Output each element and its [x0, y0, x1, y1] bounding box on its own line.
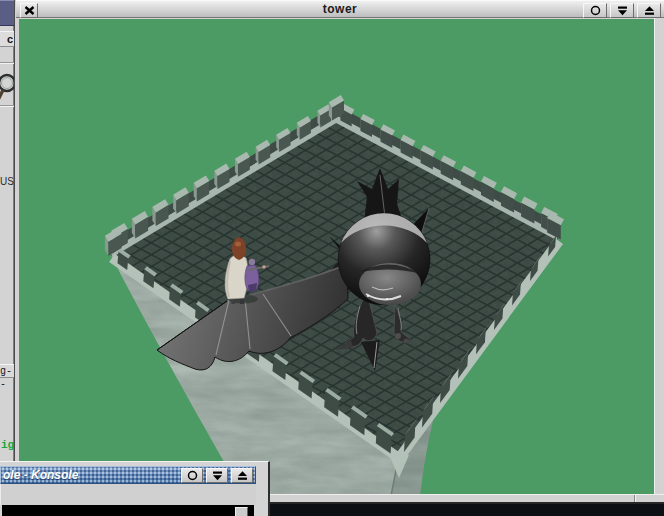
tower-titlebar[interactable]: tower — [16, 0, 664, 18]
tower-3d-viewport[interactable] — [19, 19, 655, 496]
konsole-terminal[interactable] — [2, 505, 254, 516]
circle-icon — [590, 5, 601, 16]
shade-icon — [644, 6, 655, 16]
background-label-fragment: c — [0, 31, 14, 47]
shade-button[interactable] — [637, 3, 661, 18]
shade-icon — [237, 471, 248, 481]
window-title: tower — [16, 2, 664, 16]
konsole-maximize-button[interactable] — [181, 468, 203, 483]
circle-icon — [187, 470, 198, 481]
toolbar-separator — [0, 105, 14, 107]
konsole-shade-button[interactable] — [231, 468, 253, 483]
window-right-border[interactable] — [654, 18, 664, 502]
background-text-fragment: US — [0, 176, 14, 187]
maximize-button[interactable] — [583, 3, 607, 18]
minimize-icon — [617, 6, 628, 16]
konsole-menubar-area — [0, 484, 256, 505]
tower-scene — [19, 19, 654, 495]
background-app-strip: c US g-- ig — [0, 0, 14, 516]
toolbar-separator — [0, 62, 14, 64]
iconify-button[interactable] — [610, 3, 634, 18]
minimize-icon — [212, 471, 223, 481]
tower-window: tower — [14, 0, 664, 504]
background-modeline-fragment: g-- — [0, 364, 14, 378]
konsole-window: ole - Konsole — [0, 461, 270, 516]
background-code-fragment: ig — [1, 439, 14, 451]
konsole-titlebar[interactable]: ole - Konsole — [0, 466, 256, 484]
konsole-scrollbar-button[interactable] — [235, 507, 248, 516]
konsole-title: ole - Konsole — [1, 468, 78, 482]
resize-handle-notch — [634, 495, 636, 502]
magnifier-icon[interactable] — [0, 66, 14, 106]
konsole-iconify-button[interactable] — [206, 468, 228, 483]
desktop: c US g-- ig tower — [0, 0, 664, 516]
inactive-titlebar-corner — [0, 0, 14, 26]
